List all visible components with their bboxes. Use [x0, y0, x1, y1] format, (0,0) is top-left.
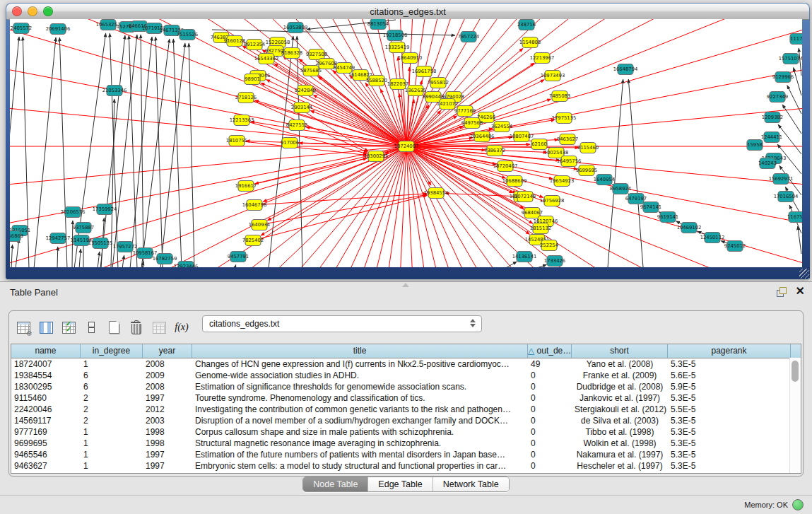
- graph-node[interactable]: 1588520: [366, 76, 387, 86]
- graph-node[interactable]: 16961758: [412, 66, 437, 77]
- graph-node[interactable]: 9699695: [576, 165, 597, 176]
- tab-node-table[interactable]: Node Table: [303, 477, 367, 491]
- graph-node[interactable]: 10807487: [510, 132, 534, 142]
- graph-node[interactable]: 1810755: [226, 136, 247, 146]
- graph-node[interactable]: 9463627: [557, 134, 578, 145]
- column-chooser-icon[interactable]: [39, 320, 53, 334]
- resize-grip-icon[interactable]: [799, 269, 809, 279]
- graph-node[interactable]: 8186328: [281, 48, 302, 59]
- scrollbar-thumb[interactable]: [792, 361, 799, 382]
- graph-node[interactable]: 1733426: [544, 256, 565, 267]
- table-row[interactable]: 977716911998Corpus callosum shape and si…: [11, 426, 801, 438]
- network-view-window[interactable]: citations_edges.txt 24055722069140610653…: [6, 3, 810, 279]
- graph-node[interactable]: 17359924: [93, 204, 117, 215]
- table-row[interactable]: 946362711997Embryonic stem cells: a mode…: [11, 460, 801, 472]
- graph-node[interactable]: 13325419: [385, 42, 410, 53]
- graph-node[interactable]: 1244411: [761, 132, 782, 143]
- graph-node[interactable]: 116753: [787, 212, 802, 223]
- graph-node[interactable]: 19756928: [540, 196, 565, 206]
- graph-node[interactable]: 7825402: [242, 235, 264, 246]
- close-panel-icon[interactable]: ✕: [796, 285, 805, 298]
- graph-node[interactable]: 5875685: [300, 66, 322, 76]
- function-builder-icon[interactable]: f(x): [175, 320, 189, 334]
- graph-node[interactable]: 20691406: [46, 24, 71, 35]
- graph-node[interactable]: 9777169: [454, 106, 476, 117]
- trash-icon[interactable]: [129, 320, 143, 334]
- graph-node[interactable]: 917006: [281, 138, 299, 148]
- graph-node[interactable]: 8958924: [610, 184, 631, 194]
- column-header-in_degree[interactable]: in_degree: [81, 344, 143, 358]
- tab-edge-table[interactable]: Edge Table: [367, 477, 432, 491]
- graph-node[interactable]: 1640954: [594, 175, 615, 185]
- graph-node[interactable]: 16648794: [613, 64, 638, 75]
- rows-icon[interactable]: [84, 320, 98, 334]
- table-header-row[interactable]: namein_degreeyeartitle△ out_de…shortpage…: [11, 344, 801, 358]
- row-check-icon[interactable]: ✓✓: [61, 320, 76, 334]
- table-settings-icon[interactable]: ⚙: [16, 320, 30, 334]
- graph-node[interactable]: 9242848: [295, 86, 316, 96]
- graph-node[interactable]: 9619141: [657, 212, 678, 223]
- column-header-out_de[interactable]: △ out_de…: [528, 344, 572, 358]
- graph-node[interactable]: 252254: [540, 240, 558, 251]
- table-row[interactable]: 1938455462009Genome-wide association stu…: [11, 370, 801, 381]
- network-canvas[interactable]: 2405572206914061065325715276026466160107…: [10, 19, 802, 267]
- table-row[interactable]: 2242004622012Investigating the contribut…: [11, 404, 801, 415]
- table-row[interactable]: 911546021997Tourette syndrome. Phenomeno…: [11, 392, 801, 404]
- graph-node[interactable]: 2405572: [11, 23, 32, 34]
- graph-node[interactable]: 1072149: [514, 192, 536, 202]
- column-header-name[interactable]: name: [11, 344, 81, 358]
- graph-node[interactable]: 7386372: [484, 146, 505, 156]
- graph-node[interactable]: 9375887: [73, 223, 94, 233]
- window-titlebar[interactable]: citations_edges.txt: [6, 4, 809, 20]
- graph-node[interactable]: 11172: [790, 34, 802, 45]
- graph-node[interactable]: 17016504: [774, 192, 799, 202]
- graph-node[interactable]: 12213967: [530, 53, 555, 64]
- graph-node[interactable]: 7485083: [549, 91, 570, 102]
- graph-node[interactable]: 8427552: [286, 120, 307, 131]
- graph-node[interactable]: 6497568: [461, 118, 483, 129]
- graph-node[interactable]: 15692971: [769, 174, 794, 185]
- table-row[interactable]: 1456911722003Disruption of a novel membe…: [11, 415, 801, 426]
- graph-node[interactable]: 9227349: [767, 92, 788, 103]
- table-row[interactable]: 969969511998Structural magnetic resonanc…: [11, 438, 801, 449]
- float-panel-icon[interactable]: [777, 287, 787, 297]
- new-table-icon[interactable]: [107, 320, 121, 334]
- graph-node[interactable]: 1815132: [530, 223, 551, 234]
- graph-node[interactable]: 6479197: [625, 194, 647, 204]
- column-header-title[interactable]: title: [192, 344, 528, 358]
- graph-node[interactable]: 14136141: [512, 252, 537, 262]
- graph-node[interactable]: 1209382: [762, 112, 783, 123]
- column-header-short[interactable]: short: [572, 344, 668, 358]
- graph-node[interactable]: 1154808: [519, 37, 541, 48]
- table-row[interactable]: 1872400712008Changes of HCN gene express…: [11, 358, 801, 370]
- graph-node[interactable]: 7955812: [428, 78, 449, 88]
- graph-node[interactable]: 9674141: [640, 202, 661, 213]
- graph-node[interactable]: 3624554: [491, 122, 512, 132]
- graph-node[interactable]: 2718126: [235, 93, 257, 103]
- table-body[interactable]: 1872400712008Changes of HCN gene express…: [11, 358, 801, 472]
- graph-node[interactable]: 16046798: [242, 200, 267, 211]
- graph-node[interactable]: 8454749: [334, 63, 355, 74]
- graph-node[interactable]: 7857224: [458, 32, 479, 42]
- graph-node[interactable]: 98901: [245, 74, 260, 85]
- table-vertical-scrollbar[interactable]: [789, 358, 801, 473]
- graph-node[interactable]: 8813054: [367, 19, 389, 30]
- memory-status-icon[interactable]: [792, 499, 804, 510]
- graph-node[interactable]: 140243: [758, 158, 777, 169]
- graph-node[interactable]: 15958: [747, 140, 763, 151]
- graph-node[interactable]: 7515526: [177, 30, 198, 40]
- graph-node[interactable]: 1421072: [437, 99, 458, 110]
- graph-node[interactable]: 238716: [517, 20, 536, 30]
- table-row[interactable]: 1830029562008Estimation of significance …: [11, 381, 801, 392]
- graph-node[interactable]: 18720407: [493, 161, 518, 172]
- graph-node[interactable]: 1640934: [249, 220, 270, 230]
- graph-node[interactable]: 19654923: [550, 176, 575, 187]
- graph-node[interactable]: 62160: [531, 139, 547, 150]
- graph-node[interactable]: 10688609: [502, 176, 527, 187]
- graph-node[interactable]: 8912354: [244, 40, 265, 50]
- table-selector-dropdown[interactable]: citations_edges.txt: [202, 315, 482, 332]
- graph-node[interactable]: 9115460: [577, 143, 599, 153]
- graph-node[interactable]: 19384554: [424, 188, 449, 199]
- table-row[interactable]: 946554611997Estimation of the future num…: [11, 449, 801, 460]
- graph-node[interactable]: 1916617: [235, 181, 257, 192]
